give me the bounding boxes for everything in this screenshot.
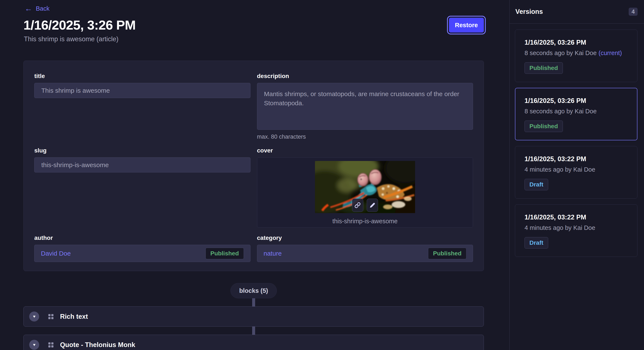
accordion-label: Rich text <box>60 313 88 321</box>
versions-count-badge: 4 <box>629 8 638 16</box>
block-item: ▼ Quote - Thelonius Monk <box>24 327 484 350</box>
version-date: 1/16/2025, 03:26 PM <box>524 97 628 105</box>
version-status-badge: Draft <box>524 179 548 190</box>
author-link[interactable]: David Doe <box>41 250 71 257</box>
description-textarea[interactable]: Mantis shrimps, or stomatopods, are mari… <box>257 83 473 130</box>
field-category: category nature Published <box>257 234 473 262</box>
back-arrow-icon: ← <box>25 5 32 12</box>
version-form-card: title This shrimp is awesome description… <box>24 61 484 271</box>
cover-caption: this-shrimp-is-awesome <box>257 218 473 225</box>
version-status-badge: Draft <box>524 237 548 249</box>
blocks-list: ▼ Rich text ▼ <box>24 298 484 350</box>
version-meta: 8 seconds ago by Kai Doe <box>524 108 628 115</box>
block-accordion[interactable]: ▼ Rich text <box>24 306 484 327</box>
version-card[interactable]: 1/16/2025, 03:22 PM 4 minutes ago by Kai… <box>515 204 638 257</box>
versions-header: Versions 4 <box>510 0 644 24</box>
connector-line <box>252 327 255 335</box>
version-card[interactable]: 1/16/2025, 03:26 PM 8 seconds ago by Kai… <box>515 29 638 82</box>
version-date: 1/16/2025, 03:22 PM <box>524 213 628 221</box>
restore-button[interactable]: Restore <box>449 18 484 32</box>
page-subtitle: This shrimp is awesome (article) <box>24 35 118 43</box>
field-author-label: author <box>34 234 250 241</box>
version-history-page: { "colors": { "background": "#181826", "… <box>0 0 644 350</box>
copy-link-button[interactable] <box>352 199 363 212</box>
versions-title: Versions <box>515 8 543 15</box>
back-link[interactable]: ← Back <box>25 5 50 12</box>
field-description-label: description <box>257 73 473 80</box>
field-cover-label: cover <box>257 147 473 154</box>
description-hint: max. 80 characters <box>257 134 473 140</box>
cover-media <box>315 161 415 213</box>
field-cover: cover <box>257 147 473 227</box>
main-content: ← Back 1/16/2025, 3:26 PM This shrimp is… <box>0 0 510 350</box>
version-meta-text: 4 minutes ago by Kai Doe <box>524 166 595 173</box>
version-card[interactable]: 1/16/2025, 03:22 PM 4 minutes ago by Kai… <box>515 146 638 199</box>
title-input[interactable]: This shrimp is awesome <box>34 83 250 98</box>
link-icon <box>354 202 361 209</box>
version-status-badge: Published <box>524 121 563 132</box>
versions-list: 1/16/2025, 03:26 PM 8 seconds ago by Kai… <box>510 24 644 257</box>
chevron-down-icon[interactable]: ▼ <box>29 340 39 350</box>
version-meta-text: 8 seconds ago by Kai Doe <box>524 49 597 56</box>
category-relation-box: nature Published <box>257 245 473 262</box>
author-relation-box: David Doe Published <box>34 245 250 262</box>
block-accordion[interactable]: ▼ Quote - Thelonius Monk <box>24 335 484 350</box>
field-category-label: category <box>257 234 473 241</box>
blocks-pill: blocks (5) <box>230 283 277 298</box>
version-meta: 4 minutes ago by Kai Doe <box>524 166 628 173</box>
version-meta: 8 seconds ago by Kai Doe(current) <box>524 49 628 57</box>
version-status-badge: Published <box>524 62 563 74</box>
pencil-icon <box>369 202 376 209</box>
category-link[interactable]: nature <box>264 250 282 257</box>
version-card[interactable]: 1/16/2025, 03:26 PM 8 seconds ago by Kai… <box>515 88 638 140</box>
field-slug: slug this-shrimp-is-awesome <box>34 147 250 227</box>
field-title: title This shrimp is awesome <box>34 73 250 140</box>
connector-line <box>252 298 255 306</box>
versions-sidebar: Versions 4 1/16/2025, 03:26 PM 8 seconds… <box>510 0 644 350</box>
cover-box: this-shrimp-is-awesome <box>257 157 473 227</box>
category-status-badge: Published <box>428 248 466 259</box>
chevron-down-icon[interactable]: ▼ <box>29 312 39 322</box>
version-meta-text: 4 minutes ago by Kai Doe <box>524 224 595 231</box>
form-grid: title This shrimp is awesome description… <box>34 73 473 262</box>
version-meta: 4 minutes ago by Kai Doe <box>524 224 628 231</box>
drag-handle-icon[interactable] <box>48 342 54 348</box>
field-slug-label: slug <box>34 147 250 154</box>
block-item: ▼ Rich text <box>24 298 484 327</box>
page-title: 1/16/2025, 3:26 PM <box>24 17 136 32</box>
field-title-label: title <box>34 73 250 80</box>
field-author: author David Doe Published <box>34 234 250 262</box>
version-current-label: (current) <box>599 49 622 56</box>
back-label: Back <box>36 5 50 12</box>
slug-input[interactable]: this-shrimp-is-awesome <box>34 157 250 173</box>
field-description: description Mantis shrimps, or stomatopo… <box>257 73 473 140</box>
cover-actions <box>352 199 378 212</box>
version-meta-text: 8 seconds ago by Kai Doe <box>524 108 597 115</box>
version-date: 1/16/2025, 03:26 PM <box>524 39 628 46</box>
blocks-section: blocks (5) ▼ Rich text <box>24 283 484 350</box>
drag-handle-icon[interactable] <box>48 313 54 320</box>
accordion-label: Quote - Thelonius Monk <box>60 341 135 349</box>
author-status-badge: Published <box>206 248 244 259</box>
version-date: 1/16/2025, 03:22 PM <box>524 155 628 163</box>
edit-cover-button[interactable] <box>367 199 378 212</box>
